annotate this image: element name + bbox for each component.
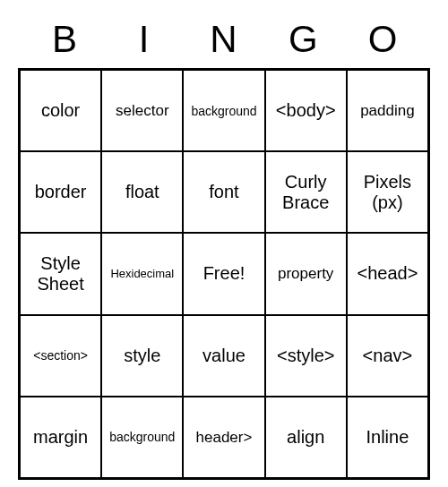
bingo-cell[interactable]: background [101, 397, 183, 478]
bingo-cell[interactable]: Free! [183, 233, 264, 314]
bingo-grid: colorselectorbackground<body>paddingbord… [18, 68, 430, 480]
bingo-cell[interactable]: Inline [347, 397, 428, 478]
bingo-cell[interactable]: Curly Brace [265, 151, 347, 233]
bingo-cell[interactable]: property [265, 233, 347, 314]
bingo-cell[interactable]: float [101, 151, 183, 233]
bingo-cell[interactable]: header> [183, 397, 264, 478]
bingo-cell[interactable]: color [20, 70, 101, 151]
bingo-cell[interactable]: <body> [265, 70, 347, 151]
header-letter-o: O [343, 18, 423, 61]
bingo-cell[interactable]: value [183, 315, 264, 397]
bingo-card: B I N G O colorselectorbackground<body>p… [18, 18, 430, 480]
bingo-cell[interactable]: align [265, 397, 347, 478]
bingo-cell[interactable]: font [183, 151, 264, 233]
bingo-cell[interactable]: background [183, 70, 264, 151]
header-letter-b: B [25, 18, 105, 61]
bingo-cell[interactable]: <section> [20, 315, 101, 397]
bingo-cell[interactable]: selector [101, 70, 183, 151]
bingo-cell[interactable]: Pixels (px) [347, 151, 428, 233]
header-letter-i: I [105, 18, 185, 61]
bingo-cell[interactable]: margin [20, 397, 101, 478]
bingo-cell[interactable]: style [101, 315, 183, 397]
bingo-cell[interactable]: <head> [347, 233, 428, 314]
bingo-cell[interactable]: border [20, 151, 101, 233]
header-letter-n: N [185, 18, 264, 61]
bingo-header: B I N G O [18, 18, 430, 61]
bingo-cell[interactable]: Style Sheet [20, 233, 101, 314]
bingo-cell[interactable]: Hexidecimal [101, 233, 183, 314]
header-letter-g: G [263, 18, 343, 61]
bingo-cell[interactable]: <nav> [347, 315, 428, 397]
bingo-cell[interactable]: padding [347, 70, 428, 151]
bingo-cell[interactable]: <style> [265, 315, 347, 397]
